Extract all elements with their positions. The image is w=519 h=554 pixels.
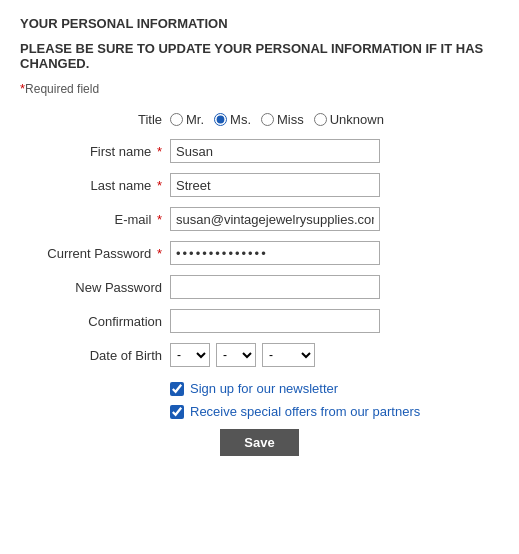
- page-subtitle: PLEASE BE SURE TO UPDATE YOUR PERSONAL I…: [20, 41, 499, 71]
- last-name-label: Last name *: [20, 178, 170, 193]
- first-name-required: *: [157, 144, 162, 159]
- newsletter-checkbox[interactable]: [170, 382, 184, 396]
- new-password-input[interactable]: [170, 275, 380, 299]
- save-row: Save: [20, 429, 499, 456]
- current-password-label: Current Password *: [20, 246, 170, 261]
- radio-input-mr[interactable]: [170, 113, 183, 126]
- save-button[interactable]: Save: [220, 429, 298, 456]
- radio-miss[interactable]: Miss: [261, 112, 304, 127]
- radio-label-miss: Miss: [277, 112, 304, 127]
- newsletter-row: Sign up for our newsletter: [170, 381, 499, 396]
- offers-checkbox[interactable]: [170, 405, 184, 419]
- radio-label-mr: Mr.: [186, 112, 204, 127]
- dob-row: Date of Birth - 12345 678910 1112131415 …: [20, 343, 499, 367]
- confirmation-label: Confirmation: [20, 314, 170, 329]
- radio-input-ms[interactable]: [214, 113, 227, 126]
- title-radio-group: Mr. Ms. Miss Unknown: [170, 112, 384, 127]
- title-label: Title: [20, 112, 170, 127]
- dob-label: Date of Birth: [20, 348, 170, 363]
- last-name-required: *: [157, 178, 162, 193]
- radio-input-unknown[interactable]: [314, 113, 327, 126]
- current-password-input[interactable]: [170, 241, 380, 265]
- email-input[interactable]: [170, 207, 380, 231]
- newsletter-label[interactable]: Sign up for our newsletter: [190, 381, 338, 396]
- new-password-label: New Password: [20, 280, 170, 295]
- email-row: E-mail *: [20, 207, 499, 231]
- radio-ms[interactable]: Ms.: [214, 112, 251, 127]
- email-label: E-mail *: [20, 212, 170, 227]
- first-name-label: First name *: [20, 144, 170, 159]
- email-required: *: [157, 212, 162, 227]
- dob-selects: - 12345 678910 1112131415 1617181920 212…: [170, 343, 315, 367]
- current-password-row: Current Password *: [20, 241, 499, 265]
- last-name-row: Last name *: [20, 173, 499, 197]
- new-password-row: New Password: [20, 275, 499, 299]
- radio-label-unknown: Unknown: [330, 112, 384, 127]
- radio-unknown[interactable]: Unknown: [314, 112, 384, 127]
- dob-year-select[interactable]: - 200019991998199019801970: [262, 343, 315, 367]
- radio-input-miss[interactable]: [261, 113, 274, 126]
- offers-row: Receive special offers from our partners: [170, 404, 499, 419]
- dob-day-select[interactable]: - 12345 678910 1112131415 1617181920 212…: [170, 343, 210, 367]
- required-note: *Required field: [20, 81, 499, 96]
- confirmation-row: Confirmation: [20, 309, 499, 333]
- first-name-row: First name *: [20, 139, 499, 163]
- radio-mr[interactable]: Mr.: [170, 112, 204, 127]
- current-password-required: *: [157, 246, 162, 261]
- title-row: Title Mr. Ms. Miss Unknown: [20, 112, 499, 127]
- page-title: YOUR PERSONAL INFORMATION: [20, 16, 499, 31]
- dob-month-select[interactable]: - 12345 678910 1112: [216, 343, 256, 367]
- radio-label-ms: Ms.: [230, 112, 251, 127]
- last-name-input[interactable]: [170, 173, 380, 197]
- offers-label[interactable]: Receive special offers from our partners: [190, 404, 420, 419]
- first-name-input[interactable]: [170, 139, 380, 163]
- confirmation-input[interactable]: [170, 309, 380, 333]
